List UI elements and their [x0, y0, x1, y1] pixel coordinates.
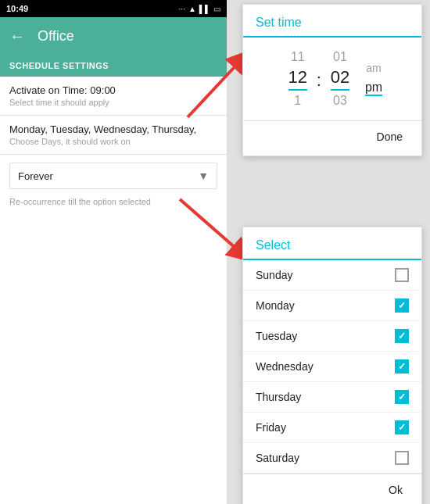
select-actions: Ok [243, 474, 421, 504]
time-setting-item[interactable]: Activate on Time: 09:00 Select time it s… [0, 77, 227, 116]
select-title: Select [243, 227, 421, 260]
ampm-column: am pm [365, 62, 382, 96]
list-item[interactable]: Friday [243, 413, 421, 443]
day-label: Friday [256, 421, 286, 434]
am-option[interactable]: am [366, 62, 381, 74]
ok-button[interactable]: Ok [382, 481, 409, 499]
day-label: Tuesday [256, 330, 297, 342]
signal-icon: ▌▌ [199, 5, 210, 13]
dropdown-arrow-icon: ▼ [198, 170, 209, 182]
time-setting-text: Activate on Time: 09:00 [9, 84, 217, 96]
schedule-header: SCHEDULE SETTINGS [0, 55, 227, 77]
list-item[interactable]: Monday [243, 291, 421, 321]
done-button[interactable]: Done [371, 127, 409, 146]
set-time-dialog: Set time 11 12 1 : 01 02 03 am pm Done [242, 4, 422, 156]
minute-below: 03 [333, 94, 347, 108]
list-item[interactable]: Wednesday [243, 352, 421, 382]
set-time-title: Set time [243, 5, 421, 38]
day-label: Saturday [256, 452, 299, 464]
dropdown-subtext: Re-occurrence till the option selected [0, 197, 227, 214]
friday-checkbox[interactable] [395, 420, 409, 434]
notification-dots-icon: ··· [179, 5, 185, 13]
app-bar: ← Office [0, 17, 227, 55]
status-time: 10:49 [6, 4, 28, 13]
list-item[interactable]: Saturday [243, 443, 421, 474]
wednesday-checkbox[interactable] [395, 359, 409, 374]
select-dialog: Select Sunday Monday Tuesday Wednesday T… [242, 227, 422, 504]
hour-selected[interactable]: 12 [288, 67, 307, 91]
minute-column: 01 02 03 [324, 50, 356, 108]
day-label: Wednesday [256, 360, 314, 373]
hour-column: 11 12 1 [282, 50, 314, 108]
days-setting-text: Monday, Tuesday, Wednesday, Thursday, [9, 123, 217, 135]
recurrence-dropdown[interactable]: Forever ▼ [9, 163, 217, 189]
wifi-icon: ▲ [188, 5, 196, 13]
back-button[interactable]: ← [9, 27, 25, 45]
sunday-checkbox[interactable] [395, 268, 409, 282]
tuesday-checkbox[interactable] [395, 329, 409, 343]
day-label: Thursday [256, 391, 301, 403]
monday-checkbox[interactable] [395, 298, 409, 313]
minute-above: 01 [333, 50, 347, 64]
day-label: Monday [256, 299, 295, 312]
days-setting-item[interactable]: Monday, Tuesday, Wednesday, Thursday, Ch… [0, 116, 227, 155]
time-setting-subtext: Select time it should apply [9, 98, 217, 107]
list-item[interactable]: Thursday [243, 382, 421, 413]
days-setting-subtext: Choose Days, it should work on [9, 137, 217, 146]
thursday-checkbox[interactable] [395, 390, 409, 404]
set-time-actions: Done [243, 120, 421, 155]
list-item[interactable]: Sunday [243, 260, 421, 291]
hour-above: 11 [291, 50, 305, 64]
days-list: Sunday Monday Tuesday Wednesday Thursday… [243, 260, 421, 474]
phone-panel: 10:49 ··· ▲ ▌▌ ▭ ← Office SCHEDULE SETTI… [0, 0, 227, 504]
status-bar: 10:49 ··· ▲ ▌▌ ▭ [0, 0, 227, 17]
hour-below: 1 [294, 94, 301, 108]
battery-icon: ▭ [213, 5, 220, 13]
saturday-checkbox[interactable] [395, 451, 409, 465]
time-colon: : [317, 67, 321, 91]
dropdown-value: Forever [18, 170, 53, 182]
pm-option[interactable]: pm [365, 80, 382, 96]
list-item[interactable]: Tuesday [243, 321, 421, 352]
time-picker: 11 12 1 : 01 02 03 am pm [243, 38, 421, 120]
day-label: Sunday [256, 269, 292, 281]
status-icons: ··· ▲ ▌▌ ▭ [179, 5, 220, 13]
app-title: Office [38, 28, 74, 45]
minute-selected[interactable]: 02 [331, 67, 349, 91]
